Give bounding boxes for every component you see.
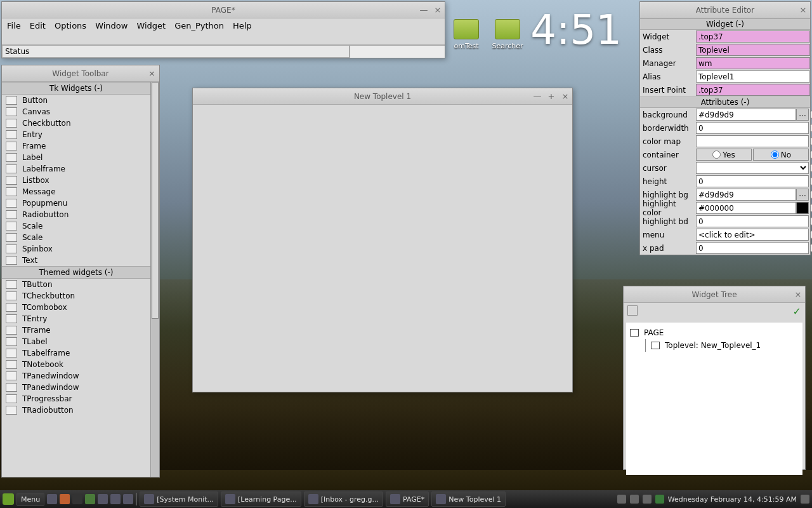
toolbar-item-frame[interactable]: Frame	[2, 140, 150, 152]
taskbar-task[interactable]: [Learning Page...	[221, 491, 301, 507]
close-icon[interactable]: ×	[433, 5, 442, 15]
files-icon[interactable]	[85, 494, 95, 504]
toolbar-item-labelframe[interactable]: Labelframe	[2, 163, 150, 175]
desktop-folder-omtest[interactable]: omTest	[447, 19, 485, 50]
menu-gen-python[interactable]: Gen_Python	[174, 21, 224, 30]
color-swatch[interactable]	[796, 202, 809, 214]
attr-value-input[interactable]	[696, 70, 810, 83]
toolbar-item-tradiobutton[interactable]: TRadiobutton	[2, 404, 150, 416]
toolbar-group-header[interactable]: Tk Widgets (-)	[2, 82, 150, 95]
menu-widget[interactable]: Widget	[136, 21, 166, 30]
toolbar-item-tprogressbar[interactable]: TProgressbar	[2, 393, 150, 404]
toolbar-item-tpanedwindow[interactable]: TPanedwindow	[2, 370, 150, 382]
close-icon[interactable]: ×	[561, 91, 570, 101]
widget-toolbar-scrollbar[interactable]	[150, 82, 159, 477]
network-icon[interactable]	[630, 495, 639, 504]
attr-value-input[interactable]	[696, 202, 796, 214]
toolbar-item-tpanedwindow[interactable]: TPanedwindow	[2, 382, 150, 393]
taskbar-task[interactable]: New Toplevel 1	[431, 491, 506, 507]
toolbar-item-canvas[interactable]: Canvas	[2, 106, 150, 117]
attr-value-input[interactable]	[696, 30, 810, 43]
ellipsis-button[interactable]: ...	[796, 189, 809, 201]
tree-refresh-icon[interactable]	[627, 305, 638, 316]
attr-value-input[interactable]	[696, 44, 810, 56]
toolbar-item-tlabelframe[interactable]: TLabelframe	[2, 347, 150, 359]
status-input[interactable]	[2, 45, 350, 58]
toolbar-item-button[interactable]: Button	[2, 95, 150, 106]
attr-value-input[interactable]	[696, 215, 809, 227]
taskbar-task[interactable]: [System Monit...	[140, 491, 218, 507]
check-icon[interactable]: ✓	[793, 305, 801, 318]
taskbar-task[interactable]: PAGE*	[386, 491, 429, 507]
radio-no[interactable]: No	[753, 149, 809, 161]
mint-menu-icon[interactable]	[3, 493, 14, 505]
toolbar-item-tlabel[interactable]: TLabel	[2, 336, 150, 347]
menu-help[interactable]: Help	[233, 21, 252, 30]
minimize-icon[interactable]: —	[533, 91, 542, 101]
menu-file[interactable]: File	[7, 21, 21, 30]
attribute-editor-titlebar[interactable]: Attribute Editor ×	[640, 2, 810, 18]
attr-value-input[interactable]	[696, 229, 809, 241]
attr-value-input[interactable]	[696, 242, 809, 254]
attr-dropdown[interactable]	[696, 162, 809, 174]
attr-value-input[interactable]	[696, 109, 796, 121]
tree-node-page[interactable]: PAGE	[630, 326, 799, 339]
toolbar-item-scale[interactable]: Scale	[2, 220, 150, 232]
attr-attributes-header[interactable]: Attributes (-)	[640, 97, 810, 108]
toolbar-item-spinbox[interactable]: Spinbox	[2, 243, 150, 255]
new-toplevel-canvas[interactable]	[193, 105, 572, 392]
toolbar-item-checkbutton[interactable]: Checkbutton	[2, 117, 150, 129]
widget-tree-body[interactable]: PAGE Toplevel: New_Toplevel_1	[626, 323, 802, 475]
attr-value-input[interactable]	[696, 189, 796, 201]
desktop-folder-searcher[interactable]: Searcher	[488, 19, 527, 50]
attr-value-input[interactable]	[696, 84, 810, 96]
taskbar-task[interactable]: [Inbox - greg.g...	[304, 491, 383, 507]
attr-value-input[interactable]	[696, 135, 809, 147]
page-titlebar[interactable]: PAGE* — ×	[2, 2, 445, 18]
close-icon[interactable]: ×	[799, 5, 808, 15]
app-icon[interactable]	[110, 494, 121, 504]
toolbar-item-tcheckbutton[interactable]: TCheckbutton	[2, 290, 150, 302]
volume-icon[interactable]	[643, 495, 652, 504]
toolbar-item-tentry[interactable]: TEntry	[2, 313, 150, 324]
shield-icon[interactable]	[655, 495, 664, 504]
toolbar-item-tnotebook[interactable]: TNotebook	[2, 359, 150, 370]
firefox-icon[interactable]	[60, 494, 70, 504]
ellipsis-button[interactable]: ...	[796, 109, 809, 121]
tray-icon[interactable]	[801, 495, 809, 504]
toolbar-item-tframe[interactable]: TFrame	[2, 324, 150, 336]
toolbar-item-tcombobox[interactable]: TCombobox	[2, 302, 150, 313]
menu-options[interactable]: Options	[55, 21, 86, 30]
tray-icon[interactable]	[617, 495, 626, 504]
toolbar-item-radiobutton[interactable]: Radiobutton	[2, 209, 150, 220]
attr-value-input[interactable]	[696, 122, 809, 134]
maximize-icon[interactable]: +	[547, 91, 556, 101]
toolbar-item-scale[interactable]: Scale	[2, 232, 150, 243]
menu-window[interactable]: Window	[95, 21, 128, 30]
close-icon[interactable]: ×	[794, 290, 802, 299]
app-icon[interactable]	[123, 494, 133, 504]
attr-widget-header[interactable]: Widget (-)	[640, 18, 810, 30]
toolbar-item-entry[interactable]: Entry	[2, 129, 150, 140]
attr-value-input[interactable]	[696, 57, 810, 69]
toolbar-item-label[interactable]: Label	[2, 152, 150, 163]
new-toplevel-titlebar[interactable]: New Toplevel 1 — + ×	[193, 88, 572, 105]
toolbar-item-text[interactable]: Text	[2, 255, 150, 266]
toolbar-item-popupmenu[interactable]: Popupmenu	[2, 197, 150, 209]
minimize-icon[interactable]: —	[419, 5, 428, 15]
show-desktop-icon[interactable]	[47, 494, 57, 504]
widget-tree-titlebar[interactable]: Widget Tree ×	[624, 286, 805, 303]
menu-button[interactable]: Menu	[16, 493, 44, 506]
radio-yes[interactable]: Yes	[696, 149, 752, 161]
taskbar-datetime[interactable]: Wednesday February 14, 4:51:59 AM	[668, 495, 797, 504]
toolbar-item-tbutton[interactable]: TButton	[2, 279, 150, 290]
widget-toolbar-titlebar[interactable]: Widget Toolbar ×	[2, 65, 159, 82]
toolbar-item-listbox[interactable]: Listbox	[2, 175, 150, 186]
tree-node-toplevel[interactable]: Toplevel: New_Toplevel_1	[651, 339, 799, 352]
toolbar-group-header[interactable]: Themed widgets (-)	[2, 266, 150, 279]
menu-edit[interactable]: Edit	[30, 21, 46, 30]
toolbar-item-message[interactable]: Message	[2, 186, 150, 197]
close-icon[interactable]: ×	[148, 69, 155, 78]
app-icon[interactable]	[98, 494, 108, 504]
terminal-icon[interactable]	[72, 494, 82, 504]
